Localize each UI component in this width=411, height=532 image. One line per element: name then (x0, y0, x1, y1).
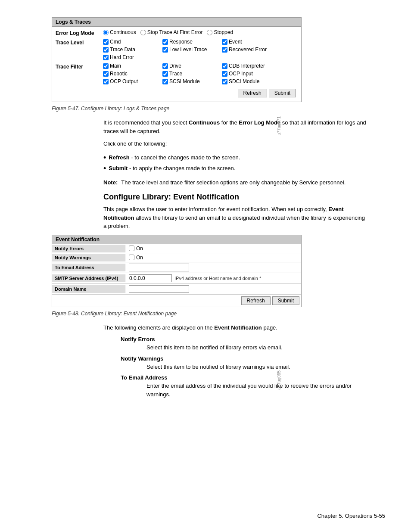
section-intro-end: allows the library to send an email to a… (103, 215, 365, 230)
robotic-check-label[interactable]: Robotic (103, 71, 159, 77)
en-button-row: Refresh Submit (52, 295, 301, 307)
continuous-label: Continuous (110, 29, 136, 35)
notify-warnings-value: On (125, 253, 301, 262)
para-1-error-log-mode: Error Log Mode (239, 119, 280, 126)
notify-errors-desc: Select this item to be notified of libra… (146, 343, 368, 352)
cmd-checkbox[interactable] (103, 39, 109, 45)
trace-check-label[interactable]: Trace (162, 71, 218, 77)
main-check-label[interactable]: Main (103, 63, 159, 69)
note-label: Note: (103, 178, 118, 187)
scsi-checkbox[interactable] (162, 79, 168, 84)
notify-warnings-heading: Notify Warnings (121, 355, 368, 362)
smtp-hint-text: IPv4 address or Host name and domain * (174, 276, 261, 281)
section-intro-text: This page allows the user to enter infor… (103, 206, 327, 212)
cmd-check-label[interactable]: Cmd (103, 39, 159, 45)
ocp-output-label: OCP Output (110, 78, 138, 84)
hard-error-checkbox[interactable] (103, 55, 109, 60)
smtp-server-label: SMTP Server Address (IPv4) (52, 274, 125, 282)
body-para-1: It is recommended that you select Contin… (103, 118, 368, 135)
ocp-input-check-label[interactable]: OCP Input (222, 71, 278, 77)
drive-check-label[interactable]: Drive (162, 63, 218, 69)
stop-trace-radio-label[interactable]: Stop Trace At First Error (140, 29, 203, 35)
trace-data-check-label[interactable]: Trace Data (103, 47, 159, 53)
stopped-radio-label[interactable]: Stopped (207, 29, 233, 35)
note-block: Note: The trace level and trace filter s… (103, 178, 368, 187)
sdci-label: SDCI Module (229, 78, 259, 84)
en-intro-end: page. (263, 324, 277, 331)
recovered-error-check-label[interactable]: Recovered Error (222, 47, 278, 53)
notify-warnings-check-label[interactable]: On (129, 255, 143, 261)
sdci-check-label[interactable]: SDCI Module (222, 78, 278, 84)
en-refresh-button[interactable]: Refresh (241, 296, 271, 305)
event-check-label[interactable]: Event (222, 39, 278, 45)
continuous-radio[interactable] (103, 30, 109, 35)
sdci-checkbox[interactable] (222, 79, 227, 84)
section-intro-para: This page allows the user to enter infor… (103, 205, 368, 230)
notify-errors-value: On (125, 244, 301, 253)
trace-filter-label2: Trace (169, 71, 182, 77)
trace-level-label: Trace Level (56, 39, 103, 46)
cdb-check-label[interactable]: CDB Interpreter (222, 63, 278, 69)
en-intro-text: The following elements are displayed on … (103, 324, 213, 331)
response-checkbox[interactable] (162, 39, 168, 45)
notify-warnings-checkbox[interactable] (129, 255, 134, 260)
error-log-radio-group: Continuous Stop Trace At First Error Sto… (103, 29, 298, 35)
drive-label: Drive (169, 63, 181, 69)
smtp-server-input[interactable] (129, 274, 172, 282)
bullet-item-submit: • Submit - to apply the changes made to … (103, 163, 368, 174)
robotic-checkbox[interactable] (103, 71, 109, 77)
error-log-mode-content: Continuous Stop Trace At First Error Sto… (103, 29, 298, 35)
ocp-input-checkbox[interactable] (222, 71, 227, 77)
bullet-list: • Refresh - to cancel the changes made t… (103, 152, 368, 174)
to-email-heading: To Email Address (121, 374, 368, 381)
en-submit-button[interactable]: Submit (272, 296, 299, 305)
notify-errors-heading: Notify Errors (121, 336, 368, 342)
trace-level-content: Cmd Response Event Trace Data (103, 39, 298, 60)
hard-error-check-label[interactable]: Hard Error (103, 54, 159, 60)
page-number: Chapter 5. Operations 5-55 (317, 513, 385, 519)
notify-errors-check-label[interactable]: On (129, 246, 143, 252)
logs-traces-header: Logs & Traces (52, 18, 301, 27)
para-1-continuous: Continuous (189, 119, 220, 126)
event-checkbox[interactable] (222, 39, 227, 45)
watermark-2: a77ug065 (277, 370, 281, 390)
error-log-mode-row: Error Log Mode Continuous Stop Trace At … (56, 29, 298, 36)
email-address-input[interactable] (129, 264, 189, 271)
logs-submit-button[interactable]: Submit (269, 89, 296, 97)
response-check-label[interactable]: Response (162, 39, 218, 45)
domain-name-input[interactable] (129, 285, 189, 293)
trace-level-grid: Cmd Response Event Trace Data (103, 39, 298, 60)
notify-errors-row: Notify Errors On (52, 244, 301, 253)
scsi-check-label[interactable]: SCSI Module (162, 78, 218, 84)
trace-checkbox[interactable] (162, 71, 168, 77)
notify-errors-checkbox[interactable] (129, 246, 134, 251)
notify-warnings-row: Notify Warnings On (52, 253, 301, 262)
error-log-mode-label: Error Log Mode (56, 29, 103, 36)
event-notification-heading: Configure Library: Event Notification (103, 193, 368, 202)
stopped-radio[interactable] (207, 30, 212, 35)
trace-data-checkbox[interactable] (103, 47, 109, 53)
trace-filter-label: Trace Filter (56, 63, 103, 70)
recovered-error-checkbox[interactable] (222, 47, 227, 53)
low-level-trace-check-label[interactable]: Low Level Trace (162, 47, 218, 53)
event-notification-panel: Event Notification Notify Errors On Noti… (52, 235, 302, 307)
low-level-trace-checkbox[interactable] (162, 47, 168, 53)
notify-warnings-label: Notify Warnings (52, 254, 125, 261)
drive-checkbox[interactable] (162, 63, 168, 69)
ocp-input-label: OCP Input (229, 71, 253, 77)
email-address-value (125, 262, 301, 273)
smtp-server-value: IPv4 address or Host name and domain * (125, 273, 301, 283)
ocp-output-check-label[interactable]: OCP Output (103, 78, 159, 84)
domain-name-row: Domain Name (52, 284, 301, 295)
trace-level-row: Trace Level Cmd Response Event (56, 39, 298, 60)
logs-refresh-button[interactable]: Refresh (238, 89, 267, 97)
ocp-output-checkbox[interactable] (103, 79, 109, 84)
cdb-checkbox[interactable] (222, 63, 227, 69)
bullet-2-content: Submit - to apply the changes made to th… (109, 163, 235, 173)
stop-trace-radio[interactable] (140, 30, 146, 35)
figure-47-caption: Figure 5-47. Configure Library: Logs & T… (52, 106, 385, 112)
main-checkbox[interactable] (103, 63, 109, 69)
logs-button-row: Refresh Submit (56, 87, 298, 99)
para-1-text: It is recommended that you select (103, 119, 187, 126)
continuous-radio-label[interactable]: Continuous (103, 29, 136, 35)
